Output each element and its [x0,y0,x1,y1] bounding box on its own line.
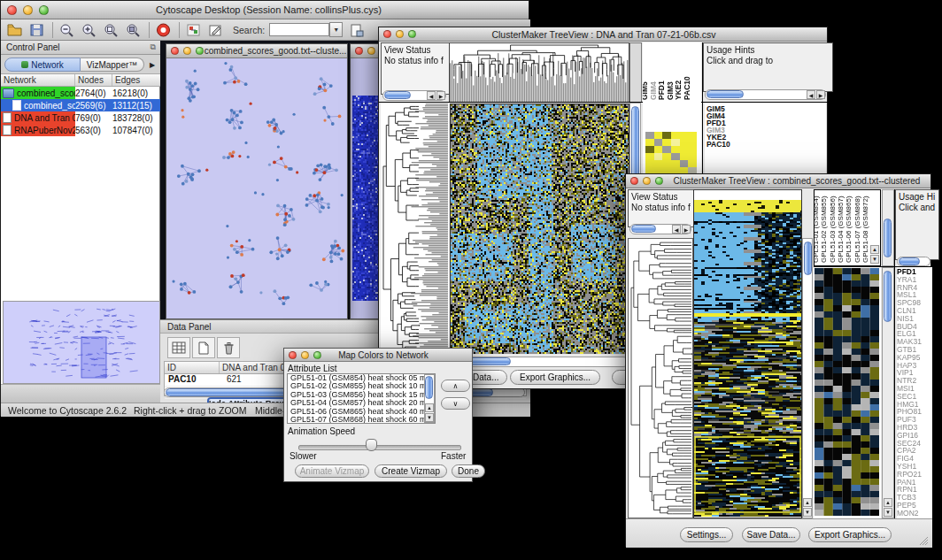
column-label[interactable]: GPL51-01 (GSM854) [814,196,820,263]
matrix-cell[interactable] [680,132,689,139]
matrix-cell[interactable] [645,132,654,139]
heatmap-canvas[interactable] [450,104,629,355]
treeview1-title-bar[interactable]: ClusterMaker TreeView : DNA and Tran 07-… [379,27,827,42]
matrix-cell[interactable] [654,153,663,160]
matrix-cell[interactable] [671,160,680,167]
treeview2-title-bar[interactable]: ClusterMaker TreeView : combined_scores_… [626,174,930,188]
node-attribute-icon[interactable] [185,22,202,38]
zoom-heatmap-canvas[interactable] [815,268,879,516]
zoom-window-icon[interactable] [196,47,204,55]
create-vizmap-button[interactable]: Create Vizmap [374,464,447,478]
close-icon[interactable] [383,30,391,38]
column-label[interactable]: GPL51-04 (GSM857) [837,196,845,263]
arrow-right-icon[interactable]: ▶ [682,225,691,234]
arrow-down-icon[interactable]: ▼ [425,413,434,422]
heatmap-vscroll[interactable]: ▲ ▼ [802,238,813,518]
gene-label[interactable]: MON2 [897,510,932,518]
row-dendrogram-canvas[interactable] [382,104,448,353]
matrix-cell[interactable] [671,132,680,139]
resize-grip-icon[interactable] [918,535,929,546]
arrow-down-icon[interactable]: ▼ [870,255,879,264]
dialog-title-bar[interactable]: Map Colors to Network [284,349,472,362]
save-icon[interactable] [28,22,45,38]
matrix-cell[interactable] [654,132,663,139]
data-column-id[interactable]: ID [165,362,220,373]
tab-overflow-button[interactable]: ▶ [147,58,158,72]
matrix-cell[interactable] [662,160,671,167]
minimize-icon[interactable] [367,47,375,55]
scroll-thumb[interactable] [706,90,744,98]
matrix-cell[interactable] [688,153,697,160]
search-input[interactable] [269,23,329,36]
move-down-button[interactable]: ∨ [441,397,470,410]
speed-slider-thumb[interactable] [366,439,377,451]
matrix-cell[interactable] [645,139,654,146]
scroll-thumb[interactable] [804,242,812,275]
column-label[interactable]: GIM4 [649,81,658,100]
settings-button[interactable]: Settings... [680,527,733,542]
matrix-cell[interactable] [680,153,689,160]
matrix-cell[interactable] [662,153,671,160]
network-matrix-canvas[interactable] [352,96,381,301]
network-graph-canvas[interactable] [167,58,346,318]
matrix-cell[interactable] [662,146,671,153]
arrow-up-icon[interactable]: ▲ [884,498,892,507]
matrix-cell[interactable] [654,139,663,146]
attribute-listbox[interactable]: GPL51-01 (GSM854) heat shock 05 minGPL51… [287,373,436,424]
close-icon[interactable] [289,351,297,359]
main-title-bar[interactable]: Cytoscape Desktop (Session Name: collins… [1,1,529,19]
column-label[interactable]: GIM5 [643,81,649,100]
matrix-cell[interactable] [671,139,680,146]
view-status-scrollbar[interactable]: ◀ ▶ [382,90,446,101]
matrix-cell[interactable] [688,132,697,139]
matrix-cell[interactable] [688,160,697,167]
gene-label[interactable]: PAC10 [705,141,826,148]
usage-scrollbar[interactable] [897,257,930,266]
network-1-title-bar[interactable]: combined_scores_good.txt--cluste... [166,44,347,58]
column-label[interactable]: GPL51-03 (GSM856) [829,196,837,263]
arrow-down-icon[interactable]: ▼ [803,508,812,517]
matrix-cell[interactable] [645,153,654,160]
close-icon[interactable] [630,177,638,185]
column-edges[interactable]: Edges [112,74,160,86]
scroll-thumb[interactable] [425,376,433,399]
view-status-scrollbar[interactable]: ◀ ▶ [629,224,691,234]
attribute-select-button[interactable] [167,337,190,358]
heatmap-canvas[interactable] [694,200,801,517]
tab-network[interactable]: Network [4,58,81,72]
export-graphics-button[interactable]: Export Graphics... [510,370,600,385]
matrix-cell[interactable] [654,146,663,153]
column-label[interactable]: GIM3 [666,81,675,100]
scroll-thumb[interactable] [899,257,920,265]
arrow-left-icon[interactable]: ◀ [807,90,815,99]
column-nodes[interactable]: Nodes [75,74,112,86]
column-label[interactable]: GPL51-02 (GSM855) [820,196,828,263]
open-icon[interactable] [6,22,23,38]
scroll-thumb[interactable] [384,91,411,99]
network-list-row[interactable]: DNA and Tran 07769(0)183728(0) [1,111,160,124]
speed-slider-track[interactable] [298,445,461,450]
column-label[interactable]: PFD1 [657,81,666,100]
arrow-up-icon[interactable]: ▲ [870,245,879,254]
matrix-cell[interactable] [654,160,663,167]
minimize-icon[interactable] [643,177,651,185]
scroll-thumb[interactable] [884,271,892,322]
matrix-cell[interactable] [680,160,689,167]
minimize-icon[interactable] [396,30,404,38]
matrix-cell[interactable] [680,139,689,146]
arrow-up-icon[interactable]: ▲ [425,403,434,412]
move-up-button[interactable]: ∧ [441,380,470,392]
new-attribute-button[interactable] [192,337,215,358]
column-label[interactable]: PAC10 [683,76,691,100]
zoom-window-icon[interactable] [408,30,416,38]
column-label[interactable]: GPL51-06 (GSM865) [845,196,853,263]
zoom-window-icon[interactable] [655,177,663,185]
arrow-up-icon[interactable]: ▲ [803,498,812,507]
column-label[interactable]: YKE2 [674,81,683,100]
network-list-row[interactable]: combined_scores_2764(0)16218(0) [1,87,160,99]
usage-scrollbar[interactable]: ◀ ▶ [705,89,826,100]
close-icon[interactable] [355,47,363,55]
matrix-cell[interactable] [688,139,697,146]
network-list-row[interactable]: RNAPuberNov2+563(0)107847(0) [1,124,160,136]
birdseye-view[interactable] [3,301,160,384]
